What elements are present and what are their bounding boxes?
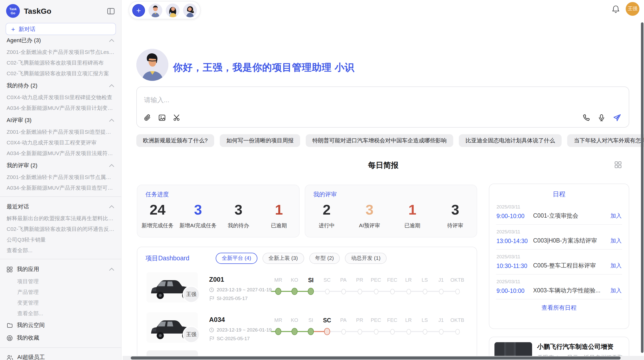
suggestion-chip[interactable]: 特朗普可能对进口汽车增税会对中国车企造成哪些影响 [306, 134, 453, 147]
dashboard-filter-pill[interactable]: 全新上装 (3) [262, 253, 304, 264]
suggestion-chip[interactable]: 如何写一份清晰的项目周报 [220, 134, 300, 147]
project-row[interactable]: 王强A0342023-12-19 ~ 2026-01-19SC-2025-05-… [137, 310, 477, 349]
milestone-dot [439, 289, 443, 294]
paperclip-icon[interactable] [143, 114, 151, 122]
add-session-button[interactable]: + [132, 4, 145, 17]
session-avatar-1[interactable] [149, 3, 162, 17]
project-dashboard-card: 项目Dashboard 全新平台 (4)全新上装 (3)年型 (2)动总开发 (… [137, 247, 477, 360]
stat-item: 3AI预评审 [348, 202, 391, 229]
milestone-labels: MRKOSISCPAPRPECFECLRLSJ1OKTB [270, 317, 465, 324]
sidebar-item-star[interactable]: 我的收藏 [0, 332, 121, 344]
stat-value: 3 [178, 202, 218, 218]
sidebar-item-label: 我的收藏 [17, 334, 39, 342]
sidebar-task-item[interactable]: A034-全新新能源MUV产品开发项目造型可行性评审 [0, 183, 121, 193]
session-avatar-2[interactable] [166, 3, 180, 17]
milestone-dot [406, 289, 411, 294]
suggestion-chip[interactable]: 比亚迪全固态电池计划具体说了什么 [459, 134, 562, 147]
microphone-icon[interactable] [598, 114, 605, 122]
milestone-dot [324, 328, 330, 335]
sidebar-app-item[interactable]: 变更管理 [0, 297, 121, 308]
scissors-icon[interactable] [173, 114, 181, 122]
sidebar-task-item[interactable]: A034-全新新能源MUV产品开发项目法规符合性评审 [0, 148, 121, 159]
schedule-join-link[interactable]: 加入 [610, 287, 622, 294]
sidebar-recent-chat-item[interactable]: 公司Q3轻卡销量 [0, 234, 121, 245]
sidebar-apps-view-all[interactable]: 查看全部... [0, 308, 121, 319]
sidebar-my-apps-label: 我的应用 [17, 265, 105, 273]
sidebar-app-item[interactable]: 产品管理 [0, 287, 121, 297]
schedule-join-link[interactable]: 加入 [610, 237, 622, 245]
sidebar-section-title: AI评审 (3) [7, 116, 32, 124]
sidebar-item-cloud-folder[interactable]: 我的云空间 [0, 319, 121, 332]
sidebar-task-item[interactable]: C0X4-动力总成开发项目工程变更评审 [0, 137, 121, 148]
sidebar-task-item[interactable]: C02-飞腾新能源轻客改款项目立项汇报方案 [0, 68, 121, 79]
chat-input[interactable]: 请输入... [136, 86, 629, 128]
sidebar-task-item[interactable]: C0X4-动力总成开发项目SI里程碑提交物检查 [0, 92, 121, 103]
suggestion-chip[interactable]: 欧洲新规最近颁布了什么? [136, 134, 214, 147]
assistant-avatar [136, 49, 168, 81]
send-icon[interactable] [613, 114, 621, 122]
vertical-scrollbar-thumb[interactable] [641, 22, 643, 353]
sidebar-section-header[interactable]: 我的评审 (2) [0, 159, 121, 172]
briefing-header: 每日简报 [137, 161, 630, 170]
sidebar-section-header[interactable]: 最近对话 [0, 200, 121, 213]
sidebar-section-header[interactable]: AI评审 (3) [0, 113, 121, 127]
sidebar-tool-item[interactable]: AI超级员工 [0, 351, 121, 360]
milestone-segment [392, 331, 408, 332]
schedule-event[interactable]: 2025/03/1110:30-11:30C005-整车工程目标评审加入 [496, 250, 622, 275]
sidebar-collapse-icon[interactable] [107, 7, 115, 15]
sidebar-task-item[interactable]: A034-全新新能源MUV产品开发项目计划变更表编写 [0, 103, 121, 113]
schedule-join-link[interactable]: 加入 [610, 262, 622, 269]
chevron-up-icon[interactable] [109, 118, 114, 122]
user-avatar[interactable]: 王强 [626, 2, 639, 16]
milestone-dot [357, 329, 362, 334]
sidebar-task-item[interactable]: Z001-全新燃油皮卡产品开发项目SI节点Lesson Learn报告 [0, 47, 121, 57]
sidebar-app-item[interactable]: 项目管理 [0, 276, 121, 287]
session-switcher: + [129, 1, 200, 19]
sidebar-section-header[interactable]: 我的待办 (2) [0, 79, 121, 92]
chevron-up-icon[interactable] [109, 163, 114, 167]
project-code: A034 [209, 316, 225, 323]
schedule-event[interactable]: 2025/03/1113:00-14:30C003|H0B-方案冻结评审加入 [496, 225, 622, 250]
chevron-up-icon[interactable] [109, 38, 114, 42]
sidebar-recent-view-all[interactable]: 查看全部... [0, 245, 121, 256]
milestone-label: KO [286, 277, 303, 284]
sidebar-task-item[interactable]: Z001-全新燃油轻卡产品开发项目SI造型提交物评审 [0, 127, 121, 137]
layout-grid-icon[interactable] [614, 161, 622, 168]
flag-icon [209, 296, 214, 301]
sidebar-recent-chat-item[interactable]: C02-飞腾新能源轻客改款项目的闭环通告反馈情况 [0, 224, 121, 234]
suggestion-chip[interactable]: 当下年轻人对汽车外观有怎样的喜好趋势 [567, 134, 644, 147]
session-avatar-3[interactable] [183, 3, 197, 17]
dashboard-filter-pill[interactable]: 年型 (2) [309, 253, 340, 264]
dashboard-filter-pill[interactable]: 动总开发 (1) [345, 253, 387, 264]
chevron-up-icon[interactable] [109, 205, 114, 208]
sidebar-task-item[interactable]: Z001-全新燃油轻卡产品开发项目SI节点属性5D文件评审 [0, 172, 121, 183]
project-flag-milestone: SI-2025-05-17 [209, 295, 247, 301]
sidebar-section-header[interactable]: Agent已办 (3) [0, 34, 121, 47]
dashboard-filter-pill[interactable]: 全新平台 (4) [216, 253, 257, 264]
schedule-view-all-link[interactable]: 查看所有日程 [489, 299, 629, 316]
milestone-label: PR [352, 277, 368, 284]
horizontal-scrollbar-thumb[interactable] [131, 356, 621, 359]
chevron-up-icon[interactable] [109, 267, 114, 271]
new-chat-button[interactable]: + 新对话 [6, 23, 116, 35]
schedule-event[interactable]: 2025/03/119:00-10:00C001-立项审批会加入 [496, 200, 622, 225]
notification-bell-icon[interactable] [612, 5, 620, 13]
schedule-join-link[interactable]: 加入 [610, 212, 622, 220]
milestone-segment [343, 331, 360, 332]
news-title: 小鹏飞行汽车制造公司增资 [537, 343, 625, 351]
briefing-card-tasks: 任务进度24新增完成任务3新增AI完成任务3我的待办1已逾期 [137, 185, 300, 237]
schedule-event-date: 2025/03/11 [496, 254, 622, 259]
schedule-event-time: 9:00-10:00 [496, 213, 533, 219]
new-chat-label: 新对话 [19, 25, 35, 33]
project-code: Z001 [209, 276, 224, 283]
schedule-event-date: 2025/03/11 [496, 229, 622, 234]
schedule-event[interactable]: 2025/03/119:00-10:00X003-车辆动力学性能验...加入 [496, 275, 622, 299]
phone-icon[interactable] [582, 114, 590, 122]
chevron-up-icon[interactable] [109, 84, 114, 87]
sidebar-recent-chat-item[interactable]: 解释最新出台的欧盟报废车法规再生塑料比例被调至15%... [0, 213, 121, 224]
project-row[interactable]: 王强Z0012023-12-19 ~ 2027-01-19SI-2025-05-… [137, 270, 477, 309]
sidebar-item-my-apps[interactable]: 我的应用 [0, 262, 121, 276]
sidebar-task-item[interactable]: C02-飞腾新能源轻客改款项目里程碑画布 [0, 57, 121, 68]
image-icon[interactable] [158, 114, 166, 122]
stat-value: 3 [348, 202, 391, 218]
